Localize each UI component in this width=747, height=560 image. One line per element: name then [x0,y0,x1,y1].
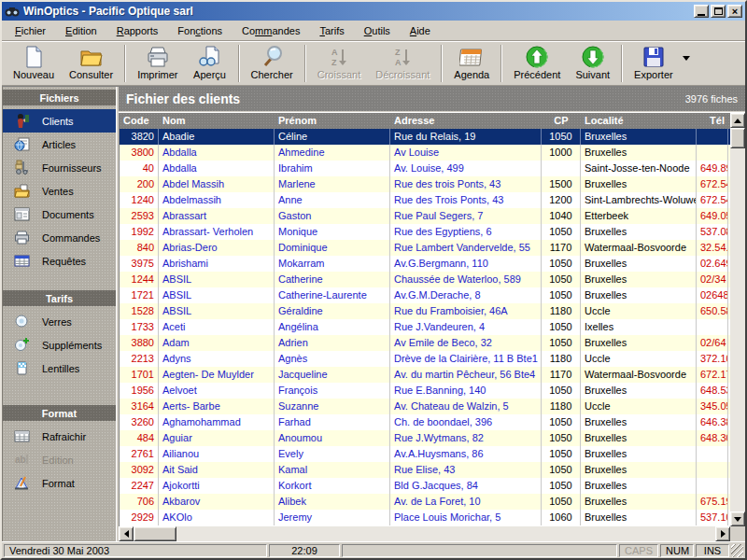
sidebar-item-commandes[interactable]: Commandes [3,226,116,249]
sort-ascending-icon: AZ [329,45,349,69]
table-row[interactable]: 1528ABSILGéraldineRue du Framboisier, 46… [120,303,730,319]
table-row[interactable]: 3975AbrishamiMokarramAv.G.Bergmann, 1101… [120,256,730,272]
maximize-button[interactable] [711,5,726,18]
sidebar-item-supplements[interactable]: Suppléments [3,333,116,357]
column-header-localite[interactable]: Localité [581,113,697,129]
scroll-left-button[interactable] [119,526,134,541]
exporter-dropdown-icon[interactable] [683,56,690,61]
window-title: WinOptics - Pacific Optique sarl [23,5,692,18]
table-row[interactable]: 2247AjokorttiKorkortBld G.Jacques, 84105… [120,478,730,494]
menu-aide[interactable]: Aide [404,23,436,38]
close-icon: × [732,7,738,16]
minimize-button[interactable] [694,5,709,18]
horizontal-scroll-thumb[interactable] [134,526,176,541]
column-header-code[interactable]: Code [120,113,159,129]
table-row[interactable]: 3092Ait SaidKamalRue Elise, 431050Bruxel… [120,462,730,478]
menu-outils[interactable]: Outils [359,23,396,38]
table-row[interactable]: 1956AelvoetFrançoisRue E.Banning, 140105… [120,383,730,399]
menu-fichier[interactable]: Fichier [9,23,51,38]
sidebar-item-format[interactable]: Format [3,471,116,495]
imprimer-button[interactable]: Imprimer [130,43,185,84]
chercher-button[interactable]: Chercher [244,43,301,84]
horizontal-scrollbar[interactable] [119,526,730,541]
vertical-scroll-track[interactable] [730,148,745,511]
print-preview-icon [198,45,222,69]
cell-tel: 537.08 [697,224,728,240]
table-row[interactable]: 1733AcetiAngélinaRue J.Vandeuren, 41050I… [120,319,730,335]
cell-cp: 1040 [542,208,581,224]
column-header-prenom[interactable]: Prénom [275,113,390,129]
suivant-button[interactable]: Suivant [568,43,617,84]
precedent-button[interactable]: Précédent [506,43,568,84]
exporter-button[interactable]: Exporter [627,43,681,84]
apercu-button[interactable]: Aperçu [186,43,234,84]
column-header-nom[interactable]: Nom [159,113,275,129]
sidebar-item-articles[interactable]: Articles [3,133,116,156]
cell-nom: Aerts- Barbe [159,399,275,414]
cell-tel: 672.17 [697,367,728,383]
table-row[interactable]: 3820AbadieCélineRue du Relais, 191050Bru… [120,129,730,145]
table-row[interactable]: 2761AilianouEvelyAv.A.Huysmans, 861050Br… [120,446,730,462]
sidebar-item-documents[interactable]: Documents [3,203,116,226]
menu-tarifs[interactable]: Tarifs [314,23,349,38]
rafraichir-icon [13,428,30,444]
nouveau-button[interactable]: Nouveau [6,43,62,84]
cell-code: 2929 [120,510,159,525]
menu-fonctions[interactable]: Fonctions [172,23,228,38]
titlebar[interactable]: WinOptics - Pacific Optique sarl × [2,2,745,21]
sidebar-item-edition[interactable]: ab Edition [3,448,116,471]
table-row[interactable]: 1701Aegten- De MuylderJacquelineAv. du m… [120,367,730,383]
table-header-row: CodeNomPrénomAdresseCPLocalitéTél [120,113,730,129]
sidebar-section-fichiers: Fichiers [3,90,116,105]
table-row[interactable]: 706AkbarovAlibekAv. de La Foret, 101050B… [120,494,730,510]
table-row[interactable]: 3164Aerts- BarbeSuzanneAv. Chateau de Wa… [120,399,730,414]
sidebar-item-verres[interactable]: Verres [3,310,116,333]
table-row[interactable]: 840Abrias-DeroDominiqueRue Lambert Vande… [120,240,730,256]
sidebar-item-ventes[interactable]: Ventes [3,179,116,203]
table-row[interactable]: 484AguiarAnoumouRue J.Wytmans, 821050Bru… [120,430,730,446]
sidebar-item-clients[interactable]: Clients [3,109,116,133]
resize-grip[interactable] [731,544,743,557]
column-header-adresse[interactable]: Adresse [390,113,542,129]
scroll-up-button[interactable] [730,113,745,128]
sidebar-item-lentilles[interactable]: Lentilles [3,357,116,380]
horizontal-scroll-track[interactable] [176,526,715,541]
cell-tel: 672.54 [697,192,728,208]
svg-text:ab: ab [15,455,26,465]
agenda-button[interactable]: Agenda [446,43,497,84]
table-row[interactable]: 3880AdamAdrienAv Emile de Beco, 321050Br… [120,335,730,351]
svg-text:A: A [331,48,338,57]
cell-cp: 1180 [542,303,581,319]
table-row[interactable]: 2593AbrassartGastonRue Paul Segers, 7104… [120,208,730,224]
column-header-tel[interactable]: Tél [697,113,728,129]
decroissant-button[interactable]: ZA Décroissant [368,43,437,84]
table-row[interactable]: 1240AbdelmassihAnneRue des Trois Ponts, … [120,192,730,208]
table-row[interactable]: 200Abdel MassihMarleneRue des trois Pont… [120,176,730,192]
scroll-right-button[interactable] [715,526,730,541]
table-row[interactable]: 3800AbdallaAhmedineAv Louise1000Bruxelle… [120,145,730,161]
table-row[interactable]: 1244ABSILCatherineChaussée de Waterloo, … [120,272,730,287]
table-row[interactable]: 1721ABSILCatherine-LaurenteAv.G.M.Derach… [120,287,730,303]
table-row[interactable]: 2929AKOloJeremyPlace Louis Morichar, 510… [120,510,730,525]
table-row[interactable]: 3260AghamohammadFarhadCh. de boondael, 3… [120,414,730,430]
sidebar-item-rafraichir[interactable]: Rafraichir [3,425,116,448]
vertical-scroll-thumb[interactable] [730,128,745,148]
cell-nom: Abdel Massih [159,176,275,192]
table-row[interactable]: 40AbdallaIbrahimAv. Louise, 499Saint-Jos… [120,161,730,176]
table-row[interactable]: 1992Abrassart- VerholenMoniqueRue des Eg… [120,224,730,240]
cell-nom: Abrishami [159,256,275,272]
menu-edition[interactable]: Edition [60,23,103,38]
table-row[interactable]: 2213AdynsAgnèsDrève de la Clairière, 11 … [120,351,730,367]
croissant-button[interactable]: AZ Croissant [310,43,368,84]
cell-adresse: Av. de La Foret, 10 [390,494,542,510]
sidebar-item-fournisseurs[interactable]: Fournisseurs [3,156,116,179]
cell-adresse: Rue J.Wytmans, 82 [390,430,542,446]
menu-rapports[interactable]: Rapports [111,23,164,38]
scroll-down-button[interactable] [730,511,745,526]
menu-commandes[interactable]: Commandes [236,23,305,38]
vertical-scrollbar[interactable] [730,113,745,526]
sidebar-item-requetes[interactable]: Requêtes [3,249,116,273]
column-header-cp[interactable]: CP [542,113,581,129]
close-button[interactable]: × [727,5,742,18]
consulter-button[interactable]: Consulter [62,43,120,84]
